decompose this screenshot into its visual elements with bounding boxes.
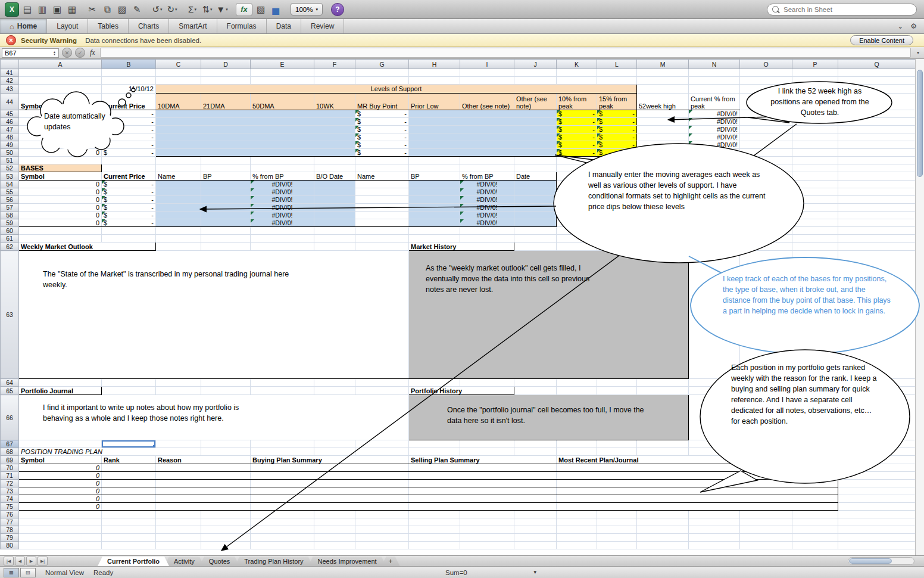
cell-A48[interactable] — [19, 133, 102, 141]
cell-D42[interactable] — [201, 77, 251, 85]
cell-L77[interactable] — [597, 518, 637, 526]
cell-O59[interactable] — [740, 219, 792, 227]
ribbon-tab-layout[interactable]: Layout — [47, 19, 88, 33]
cell-O41[interactable] — [740, 69, 792, 77]
accept-icon[interactable]: ✓ — [75, 48, 85, 58]
cell-E56[interactable]: #DIV/0! — [251, 196, 314, 204]
cell-A58[interactable]: 0 — [19, 212, 102, 219]
cell-N54[interactable] — [689, 181, 740, 188]
cell-C77[interactable] — [156, 518, 201, 526]
cell-E57[interactable]: #DIV/0! — [251, 204, 314, 212]
cell-P63[interactable] — [792, 251, 838, 379]
vertical-scrollbar[interactable] — [915, 59, 924, 555]
cell-H62[interactable]: Market History — [409, 243, 514, 251]
cell-P59[interactable] — [792, 219, 838, 227]
copy-icon[interactable]: ⧉ — [101, 2, 114, 17]
cell-Q42[interactable] — [838, 77, 916, 85]
cell-C49[interactable] — [156, 141, 355, 149]
cell-B46[interactable]: - — [102, 118, 156, 126]
cell-F58[interactable] — [314, 212, 355, 219]
cell-K68[interactable] — [557, 448, 597, 456]
cell-N57[interactable] — [689, 204, 740, 212]
cell-L54[interactable] — [597, 181, 637, 188]
cell-M49[interactable] — [637, 141, 689, 149]
cell-N44[interactable]: Current % from peak — [689, 94, 740, 110]
cell-C57[interactable] — [156, 204, 201, 212]
cell-H73[interactable] — [409, 487, 557, 495]
cell-D41[interactable] — [201, 69, 251, 77]
cell-G79[interactable] — [355, 534, 409, 542]
cell-A50[interactable]: 0 — [19, 149, 102, 157]
cell-C70[interactable] — [156, 464, 251, 472]
cell-M76[interactable] — [637, 511, 689, 518]
cell-F54[interactable] — [314, 181, 355, 188]
cell-A60[interactable] — [19, 227, 102, 235]
cell-D67[interactable] — [201, 440, 251, 448]
cell-I51[interactable] — [460, 157, 514, 164]
cell-O66[interactable] — [740, 395, 792, 440]
cell-A77[interactable] — [19, 518, 102, 526]
cell-B77[interactable] — [102, 518, 156, 526]
cell-Q73[interactable] — [838, 487, 916, 495]
cell-N56[interactable] — [689, 196, 740, 204]
cell-D59[interactable] — [201, 219, 251, 227]
column-header-O[interactable]: O — [740, 60, 792, 69]
cell-B59[interactable]: $- — [102, 219, 156, 227]
cell-I56[interactable]: #DIV/0! — [460, 196, 514, 204]
row-header-72[interactable]: 72 — [1, 480, 19, 487]
cell-B64[interactable] — [102, 379, 156, 387]
cell-H42[interactable] — [409, 77, 460, 85]
cell-E69[interactable]: Buying Plan Summary — [251, 456, 409, 464]
cell-C52[interactable] — [156, 164, 201, 172]
zoom-control[interactable]: 100% ▾ — [291, 3, 323, 15]
cell-K71[interactable] — [557, 472, 838, 480]
cell-P68[interactable] — [792, 448, 838, 456]
cell-O42[interactable] — [740, 77, 792, 85]
cell-J53[interactable]: Date — [514, 172, 557, 181]
cell-B42[interactable] — [102, 77, 156, 85]
cell-M64[interactable] — [637, 379, 689, 387]
cell-F80[interactable] — [314, 542, 355, 549]
column-header-I[interactable]: I — [460, 60, 514, 69]
cell-K45[interactable]: $- — [557, 110, 597, 118]
cell-C56[interactable] — [156, 196, 201, 204]
cell-P57[interactable] — [792, 204, 838, 212]
cell-E67[interactable] — [251, 440, 314, 448]
cell-I77[interactable] — [460, 518, 514, 526]
toolbox-icon[interactable]: ▧ — [254, 2, 267, 17]
row-header-76[interactable]: 76 — [1, 511, 19, 518]
cell-F56[interactable] — [314, 196, 355, 204]
cell-K77[interactable] — [557, 518, 597, 526]
cell-F78[interactable] — [314, 526, 355, 534]
cell-H53[interactable]: BP — [409, 172, 460, 181]
cell-Q69[interactable] — [838, 456, 916, 464]
cell-F41[interactable] — [314, 69, 355, 77]
cell-D65[interactable] — [201, 387, 251, 395]
cell-Q49[interactable] — [838, 141, 916, 149]
cell-M78[interactable] — [637, 526, 689, 534]
cell-K56[interactable] — [557, 196, 597, 204]
row-header-77[interactable]: 77 — [1, 518, 19, 526]
cell-D79[interactable] — [201, 534, 251, 542]
cell-A75[interactable]: 0 — [19, 503, 102, 511]
cell-E74[interactable] — [251, 495, 409, 503]
cell-G68[interactable] — [355, 448, 409, 456]
cell-I44[interactable]: Other (see note) — [460, 94, 514, 110]
cell-G56[interactable] — [355, 196, 409, 204]
cell-K69[interactable]: Most Recent Plan/Journal — [557, 456, 838, 464]
cell-O62[interactable] — [740, 243, 792, 251]
cell-H45[interactable] — [409, 110, 557, 118]
page-layout-view-button[interactable]: ▤ — [20, 568, 36, 577]
cell-O76[interactable] — [740, 511, 792, 518]
cell-B76[interactable] — [102, 511, 156, 518]
cell-I55[interactable]: #DIV/0! — [460, 188, 514, 196]
cell-Q60[interactable] — [838, 227, 916, 235]
cell-I61[interactable] — [460, 235, 514, 243]
cell-I52[interactable] — [460, 164, 514, 172]
help-button[interactable]: ? — [331, 3, 344, 16]
cell-H59[interactable] — [409, 219, 460, 227]
cell-H58[interactable] — [409, 212, 460, 219]
cell-F52[interactable] — [314, 164, 355, 172]
cell-H44[interactable]: Prior Low — [409, 94, 460, 110]
cell-E59[interactable]: #DIV/0! — [251, 219, 314, 227]
